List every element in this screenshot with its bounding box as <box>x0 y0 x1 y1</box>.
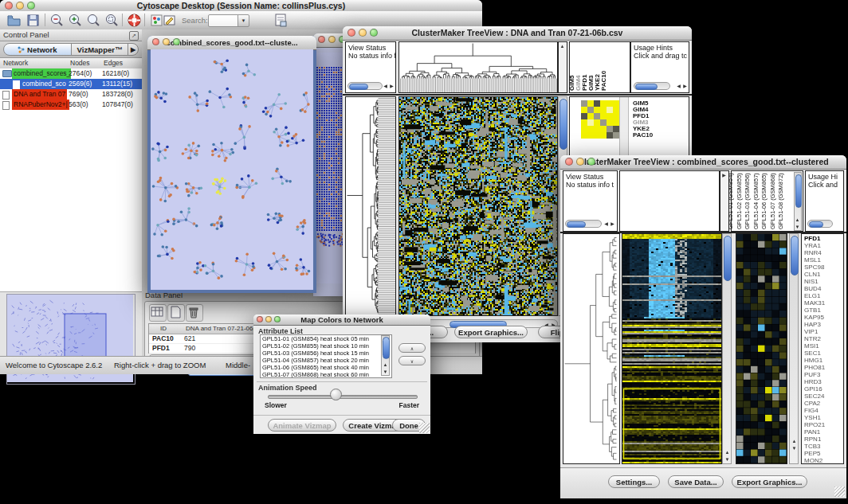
zoom-out-icon[interactable] <box>49 13 65 28</box>
resize-grip[interactable] <box>419 423 430 433</box>
col-edges[interactable]: Edges <box>104 59 123 67</box>
network-table-row[interactable]: combined_sco2569(6)13112(15) <box>0 79 142 89</box>
column-labels-vscrollbar[interactable]: ▲ ▼ <box>794 172 802 231</box>
attribute-list-item[interactable]: GPL51-07 (GSM868) heat shock 60 min <box>261 371 391 378</box>
attribute-list-item[interactable]: GPL51-02 (GSM855) heat shock 10 min <box>261 342 391 350</box>
gene-label[interactable]: HRD3 <box>804 378 843 385</box>
zoom-button[interactable] <box>587 158 595 166</box>
resize-grip[interactable] <box>834 486 845 497</box>
network-canvas[interactable] <box>151 49 313 290</box>
gene-label[interactable]: PFD1 <box>804 235 843 242</box>
gene-label[interactable]: PAN1 <box>804 428 843 436</box>
col-id[interactable]: ID <box>160 325 167 332</box>
main-window-titlebar[interactable]: Cytoscape Desktop (Session Name: collins… <box>0 0 482 12</box>
gene-label[interactable]: TCB3 <box>804 443 843 450</box>
gene-label[interactable]: RPN1 <box>804 436 843 443</box>
report-icon[interactable] <box>273 13 289 28</box>
scrollbar-thumb[interactable] <box>559 99 567 150</box>
tab-vizmapper[interactable]: VizMapper™ <box>71 43 128 56</box>
close-button[interactable] <box>347 29 355 37</box>
scroll-down-arrow[interactable]: ▼ <box>724 456 731 463</box>
attribute-list-item[interactable]: GPL51-01 (GSM854) heat shock 05 min <box>261 335 391 342</box>
minimize-button[interactable] <box>576 158 584 166</box>
usage-hints-hscrollbar[interactable] <box>807 220 833 228</box>
scrollbar-thumb[interactable] <box>349 84 368 90</box>
delete-attribute-icon[interactable] <box>186 304 203 322</box>
gene-label[interactable]: PUF3 <box>804 371 843 378</box>
gene-label[interactable]: ELG1 <box>804 292 843 299</box>
dialog-titlebar[interactable]: Map Colors to Network <box>253 315 430 326</box>
scroll-right-arrow[interactable]: ▶ <box>681 83 689 89</box>
close-button[interactable] <box>5 2 13 10</box>
animate-vizmap-button[interactable]: Animate Vizmap <box>268 419 336 432</box>
gene-label[interactable]: GPI16 <box>804 385 843 393</box>
minimize-button[interactable] <box>359 29 367 37</box>
tab-network[interactable]: Network <box>3 43 72 56</box>
move-down-button[interactable]: ∨ <box>398 356 426 365</box>
export-graphics-button[interactable]: Export Graphics... <box>454 326 528 338</box>
open-file-icon[interactable] <box>6 13 22 28</box>
scroll-down-arrow[interactable]: ▼ <box>791 445 798 451</box>
close-button[interactable] <box>318 36 325 43</box>
float-panel-icon[interactable]: ↗ <box>129 31 139 41</box>
export-graphics-button[interactable]: Export Graphics... <box>732 475 807 488</box>
gene-label[interactable]: MSL1 <box>804 256 843 264</box>
gene-label[interactable]: CPA2 <box>804 400 843 407</box>
gene-label[interactable]: MSI1 <box>804 342 843 350</box>
annotation-icon[interactable] <box>162 13 177 28</box>
zoom-button[interactable] <box>274 316 281 322</box>
gene-label[interactable]: KAP95 <box>804 314 843 321</box>
treeview2-titlebar[interactable]: ClusterMaker TreeView : combined_scores_… <box>560 155 846 170</box>
settings-button[interactable]: Settings... <box>608 475 660 488</box>
save-icon[interactable] <box>26 13 41 28</box>
gene-label[interactable]: HAP3 <box>804 321 843 328</box>
gene-label[interactable]: SEC1 <box>804 350 843 357</box>
scroll-up-arrow[interactable]: ▲ <box>559 43 566 49</box>
close-button[interactable] <box>257 316 263 322</box>
gene-label[interactable]: MON2 <box>804 457 843 464</box>
gene-label[interactable]: YRA1 <box>804 242 843 249</box>
gene-label[interactable]: PEP5 <box>804 450 843 457</box>
scrollbar-thumb[interactable] <box>795 174 802 208</box>
minimize-button[interactable] <box>328 36 336 43</box>
zoom-selected-icon[interactable] <box>104 13 120 28</box>
view-status-hscrollbar[interactable] <box>565 220 602 228</box>
attribute-select-icon[interactable] <box>149 304 167 322</box>
heatmap-canvas[interactable] <box>399 97 557 315</box>
gene-label[interactable]: PHO81 <box>804 364 843 371</box>
gene-label[interactable]: RNR4 <box>804 249 843 256</box>
attribute-list-item[interactable]: GPL51-04 (GSM857) heat shock 20 min <box>261 357 391 364</box>
treeview1-titlebar[interactable]: ClusterMaker TreeView : DNA and Tran 07-… <box>343 26 692 41</box>
scroll-right-arrow[interactable]: ▶ <box>609 221 616 227</box>
attribute-list-item[interactable]: GPL51-03 (GSM856) heat shock 15 min <box>261 350 391 357</box>
col-attr[interactable]: DNA and Tran 07-21-06( <box>186 325 255 332</box>
gene-label[interactable]: RPO21 <box>804 421 843 428</box>
speed-slider-thumb[interactable] <box>330 389 342 400</box>
new-attribute-icon[interactable] <box>167 304 185 322</box>
speed-slider-track[interactable] <box>268 395 418 399</box>
minimize-button[interactable] <box>265 316 272 322</box>
column-dendrogram-canvas[interactable] <box>399 42 557 92</box>
network-table-row[interactable]: combined_scores_2764(0)16218(0) <box>0 68 142 79</box>
gene-label[interactable]: GTB1 <box>804 307 843 314</box>
gene-label[interactable]: MAK31 <box>804 299 843 307</box>
scrollbar-thumb[interactable] <box>791 236 799 275</box>
gene-label[interactable]: YSH1 <box>804 414 843 421</box>
gene-label[interactable]: VIP1 <box>804 328 843 335</box>
attribute-list-vscrollbar[interactable]: ▲ ▼ <box>381 335 390 376</box>
zoom-in-icon[interactable] <box>68 13 83 28</box>
gene-label[interactable]: CLN1 <box>804 271 843 278</box>
tab-overflow-arrow[interactable]: ▶ <box>128 43 139 56</box>
col-nodes[interactable]: Nodes <box>70 59 90 67</box>
scroll-up-arrow[interactable]: ▲ <box>791 438 798 444</box>
network-view-titlebar[interactable]: combined_scores_good.txt--cluste... <box>147 36 316 50</box>
gene-dendrogram-canvas[interactable] <box>563 234 619 463</box>
gene-label[interactable]: SPC98 <box>804 264 843 271</box>
search-dropdown-arrow[interactable]: ▼ <box>238 14 249 27</box>
col-network[interactable]: Network <box>3 59 28 67</box>
zoom-button[interactable] <box>27 2 35 10</box>
gene-label[interactable]: HMG1 <box>804 357 843 364</box>
network-table-row[interactable]: RNAPuberNov2+|563(0)107847(0) <box>0 100 142 110</box>
help-lifesaver-icon[interactable] <box>127 13 142 28</box>
heatmap-vscrollbar[interactable]: ▲ ▼ <box>722 233 732 464</box>
